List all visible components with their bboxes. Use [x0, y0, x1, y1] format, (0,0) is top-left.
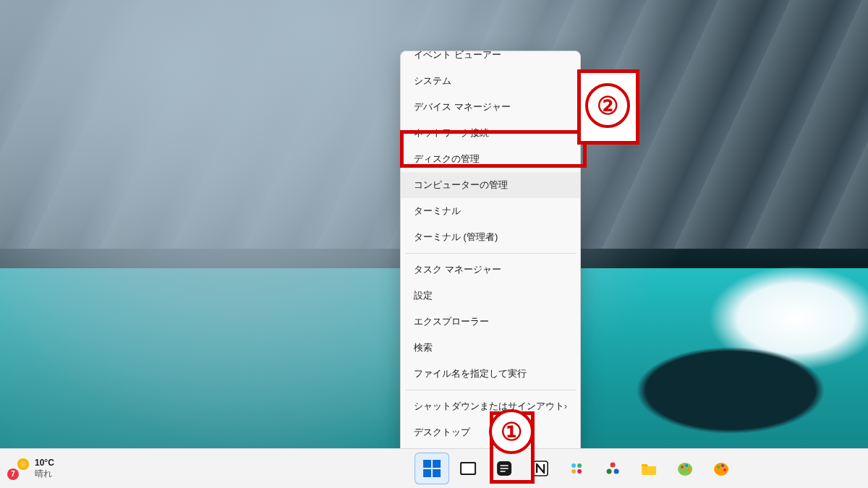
winx-menu-item[interactable]: ファイル名を指定して実行 — [401, 361, 580, 387]
winx-menu-item[interactable]: イベント ビューアー — [401, 48, 580, 68]
file-explorer-button[interactable] — [631, 453, 666, 484]
misc-app-button[interactable] — [595, 453, 630, 484]
slack-app-button[interactable] — [559, 453, 594, 484]
menu-item-label: デスクトップ — [414, 426, 470, 439]
svg-point-13 — [607, 469, 612, 474]
task-view-button[interactable] — [451, 453, 485, 484]
menu-item-label: タスク マネージャー — [414, 263, 501, 276]
svg-rect-2 — [423, 469, 431, 477]
svg-point-12 — [610, 463, 616, 468]
taskbar: 7 10°C 晴れ — [0, 448, 868, 488]
menu-separator — [405, 253, 576, 254]
menu-item-label: エクスプローラー — [414, 315, 489, 328]
svg-point-19 — [714, 463, 728, 476]
winx-context-menu: イベント ビューアーシステムデバイス マネージャーネットワーク接続ディスクの管理… — [400, 51, 581, 449]
start-button[interactable] — [414, 453, 449, 484]
svg-rect-1 — [433, 460, 441, 468]
winx-menu-item[interactable]: タスク マネージャー — [401, 257, 580, 283]
task-view-icon — [459, 459, 477, 478]
svg-point-11 — [577, 469, 582, 474]
winx-menu-item[interactable]: 設定 — [401, 283, 580, 309]
svg-point-8 — [571, 463, 576, 468]
svg-point-15 — [678, 463, 692, 476]
chevron-right-icon: › — [564, 401, 567, 411]
winx-menu-item[interactable]: ネットワーク接続 — [401, 120, 580, 146]
svg-point-10 — [571, 469, 576, 474]
weather-widget[interactable]: 7 10°C 晴れ — [0, 458, 54, 479]
menu-item-label: シャットダウンまたはサインアウト — [414, 400, 564, 413]
winx-menu-item[interactable]: ターミナル (管理者) — [401, 224, 580, 250]
winx-menu-item[interactable]: デスクトップ — [401, 419, 580, 445]
winx-menu-item[interactable]: エクスプローラー — [401, 309, 580, 335]
winx-menu-item[interactable]: 検索 — [401, 335, 580, 361]
winx-menu-item[interactable]: ディスクの管理 — [401, 146, 580, 172]
menu-item-label: ターミナル — [414, 205, 461, 218]
windows-logo-icon — [422, 459, 441, 478]
winx-menu-item[interactable]: デバイス マネージャー — [401, 94, 580, 120]
weather-temperature: 10°C — [35, 458, 54, 468]
menu-item-label: イベント ビューアー — [414, 48, 501, 61]
weather-icon: 7 — [9, 458, 29, 479]
menu-item-label: ディスクの管理 — [414, 153, 480, 166]
svg-point-21 — [721, 464, 724, 467]
notion-app-button[interactable] — [523, 453, 558, 484]
menu-item-label: 設定 — [414, 289, 433, 302]
menu-item-label: デバイス マネージャー — [414, 100, 511, 114]
svg-point-22 — [723, 468, 726, 471]
svg-rect-5 — [461, 463, 475, 474]
taskbar-center-apps — [414, 449, 739, 488]
svg-point-16 — [681, 466, 684, 468]
slack-icon — [568, 460, 585, 477]
svg-rect-0 — [423, 460, 431, 468]
winx-menu-item[interactable]: システム — [401, 68, 580, 94]
pinned-app-1-button[interactable] — [668, 453, 702, 484]
winx-menu-item[interactable]: コンピューターの管理 — [401, 172, 580, 198]
winx-menu-item[interactable]: ターミナル — [401, 198, 580, 224]
menu-item-label: システム — [414, 74, 451, 87]
svg-point-20 — [717, 466, 720, 468]
notion-icon — [531, 459, 550, 478]
menu-item-label: ファイル名を指定して実行 — [414, 367, 527, 380]
svg-point-17 — [685, 464, 688, 467]
menu-item-label: ネットワーク接続 — [414, 127, 489, 140]
weather-badge: 7 — [7, 468, 19, 480]
folder-icon — [639, 459, 658, 478]
palette-icon — [676, 459, 694, 478]
misc-app-icon — [604, 460, 621, 477]
svg-point-18 — [687, 468, 690, 471]
palette-icon — [712, 459, 731, 478]
chat-icon — [495, 459, 514, 478]
svg-rect-3 — [433, 469, 441, 477]
winx-menu-item[interactable]: シャットダウンまたはサインアウト› — [401, 393, 580, 419]
svg-point-9 — [577, 463, 582, 468]
svg-point-14 — [614, 469, 619, 474]
chat-app-button[interactable] — [487, 453, 522, 484]
menu-item-label: コンピューターの管理 — [414, 179, 508, 192]
menu-item-label: 検索 — [414, 341, 433, 354]
menu-separator — [405, 390, 576, 390]
weather-condition: 晴れ — [35, 468, 54, 479]
pinned-app-2-button[interactable] — [704, 453, 739, 484]
menu-item-label: ターミナル (管理者) — [414, 231, 498, 244]
